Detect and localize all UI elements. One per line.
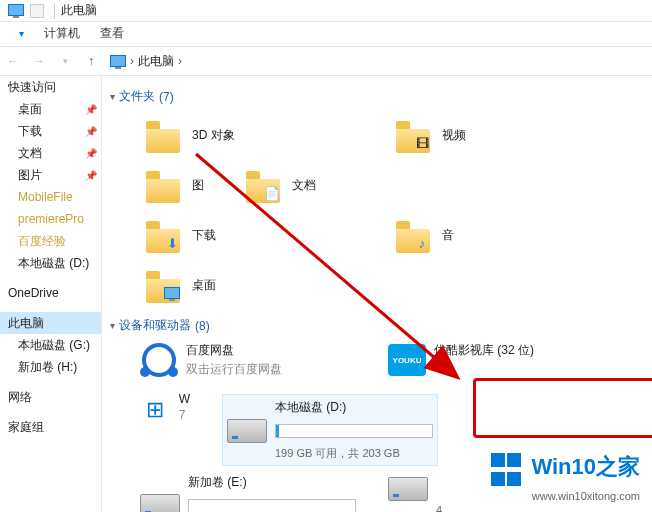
folder-icon: ⬇ (144, 215, 184, 255)
chevron-right-icon: › (130, 54, 134, 68)
nav-up-button[interactable]: ↑ (78, 48, 104, 74)
sidebar-item-disk-g[interactable]: 本地磁盘 (G:) (0, 334, 101, 356)
drive-free-text: 4 (436, 504, 438, 512)
section-drives-header[interactable]: ▾ 设备和驱动器 (8) (110, 317, 652, 334)
tab-computer[interactable]: 计算机 (34, 22, 90, 46)
video-icon: 🎞 (412, 133, 432, 153)
folder-videos[interactable]: 🎞视频 (394, 111, 604, 159)
app-title: 优酷影视库 (32 位) (434, 342, 534, 359)
sidebar-network[interactable]: 网络 (0, 386, 101, 408)
section-folders-header[interactable]: ▾ 文件夹 (7) (110, 88, 652, 105)
folder-label: 下载 (192, 227, 216, 244)
app-subtitle: 双击运行百度网盘 (186, 361, 282, 378)
sidebar-item-desktop[interactable]: 桌面📌 (0, 98, 101, 120)
sidebar-quick-access[interactable]: 快速访问 (0, 76, 101, 98)
disk-icon (140, 494, 180, 512)
title-bar: 此电脑 (0, 0, 652, 22)
download-icon: ⬇ (162, 233, 182, 253)
pin-icon: 📌 (85, 170, 97, 181)
section-drives-count: (8) (195, 319, 210, 333)
section-folders-title: 文件夹 (119, 88, 155, 105)
folder-icon: 📄 (244, 165, 284, 205)
folder-3d-objects[interactable]: 3D 对象 (144, 111, 354, 159)
folder-icon: ♪ (394, 215, 434, 255)
sidebar-item-mobilefile[interactable]: MobileFile (0, 186, 101, 208)
watermark: Win10之家 www.win10xitong.com (490, 452, 640, 502)
breadcrumb-this-pc[interactable]: 此电脑 (138, 53, 174, 70)
folder-label: 音 (442, 227, 454, 244)
sidebar-item-disk-d[interactable]: 本地磁盘 (D:) (0, 252, 101, 274)
pin-icon: 📌 (85, 104, 97, 115)
folder-icon (144, 265, 184, 305)
folder-icon (144, 115, 184, 155)
folder-label: 桌面 (192, 277, 216, 294)
folder-label: 视频 (442, 127, 466, 144)
pin-icon: 📌 (85, 126, 97, 137)
app-title: 百度网盘 (186, 342, 282, 359)
drive-partial[interactable]: 4 (388, 474, 438, 512)
watermark-title: Win10之家 (531, 454, 640, 479)
folder-icon: 🎞 (394, 115, 434, 155)
app-baidu-netdisk[interactable]: 百度网盘双击运行百度网盘 (140, 342, 356, 384)
tab-view[interactable]: 查看 (90, 22, 134, 46)
content-area: 快速访问 桌面📌 下载📌 文档📌 图片📌 MobileFile premiere… (0, 76, 652, 512)
windows-logo-icon (490, 452, 522, 490)
nav-back-button[interactable]: ← (0, 48, 26, 74)
sidebar-item-baidujingyan[interactable]: 百度经验 (0, 230, 101, 252)
watermark-url: www.win10xitong.com (490, 490, 640, 502)
chevron-down-icon: ▾ (110, 91, 115, 102)
drive-e[interactable]: 新加卷 (E:) 299 GB 可用，共 299 GB (140, 474, 356, 512)
folder-label: 文档 (292, 177, 316, 194)
baidu-icon (140, 342, 178, 378)
main-pane: ▾ 文件夹 (7) 3D 对象 🎞视频 图 📄文档 ⬇下载 ♪音 桌面 ▾ 设备… (102, 76, 652, 512)
desktop-icon (162, 283, 182, 303)
folder-label: 图 (192, 177, 204, 194)
sidebar-this-pc[interactable]: 此电脑 (0, 312, 101, 334)
sidebar-homegroup[interactable]: 家庭组 (0, 416, 101, 438)
folder-pictures[interactable]: 图 (144, 161, 204, 209)
capacity-bar (275, 424, 433, 438)
folder-icon (144, 165, 184, 205)
sidebar-item-downloads[interactable]: 下载📌 (0, 120, 101, 142)
drive-free-text: 199 GB 可用，共 203 GB (275, 446, 433, 461)
app-icon (8, 4, 22, 18)
app-title: W (179, 392, 190, 406)
section-drives-title: 设备和驱动器 (119, 317, 191, 334)
capacity-bar (188, 499, 356, 512)
chevron-down-icon: ▾ (110, 320, 115, 331)
address-bar: ← → ▾ ↑ › 此电脑 › (0, 46, 652, 76)
nav-forward-button[interactable]: → (26, 48, 52, 74)
breadcrumb[interactable]: › 此电脑 › (110, 53, 186, 70)
folder-documents[interactable]: 📄文档 (244, 161, 454, 209)
divider (54, 3, 55, 19)
section-folders-count: (7) (159, 90, 174, 104)
folders-grid: 3D 对象 🎞视频 图 📄文档 ⬇下载 ♪音 桌面 (110, 111, 652, 311)
sidebar-item-pictures[interactable]: 图片📌 (0, 164, 101, 186)
folder-label: 3D 对象 (192, 127, 235, 144)
window-title: 此电脑 (61, 2, 97, 19)
sidebar-item-disk-h[interactable]: 新加卷 (H:) (0, 356, 101, 378)
sidebar-item-premierepro[interactable]: premierePro (0, 208, 101, 230)
nav-history-button[interactable]: ▾ (52, 48, 78, 74)
drive-title: 本地磁盘 (D:) (275, 399, 433, 416)
youku-icon: YOUKU (388, 342, 426, 378)
drive-d[interactable]: 本地磁盘 (D:) 199 GB 可用，共 203 GB (222, 394, 438, 466)
app-subtitle: 7 (179, 408, 190, 422)
pc-icon (110, 55, 126, 67)
pin-icon: 📌 (85, 148, 97, 159)
app-wps[interactable]: ⊞ W7 (140, 392, 190, 434)
drive-title: 新加卷 (E:) (188, 474, 356, 491)
folder-downloads[interactable]: ⬇下载 (144, 211, 354, 259)
file-menu-icon[interactable]: ▾ (8, 20, 34, 46)
folder-music[interactable]: ♪音 (394, 211, 454, 259)
app-youku[interactable]: YOUKU 优酷影视库 (32 位) (388, 342, 604, 384)
sidebar-item-documents[interactable]: 文档📌 (0, 142, 101, 164)
music-icon: ♪ (412, 233, 432, 253)
quick-access-icon[interactable] (30, 4, 44, 18)
chevron-right-icon: › (178, 54, 182, 68)
sidebar-onedrive[interactable]: OneDrive (0, 282, 101, 304)
disk-icon (227, 419, 267, 443)
sidebar: 快速访问 桌面📌 下载📌 文档📌 图片📌 MobileFile premiere… (0, 76, 102, 512)
disk-icon (388, 477, 428, 501)
folder-desktop[interactable]: 桌面 (144, 261, 354, 309)
